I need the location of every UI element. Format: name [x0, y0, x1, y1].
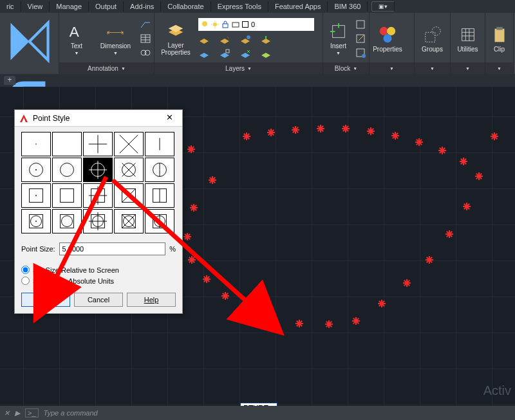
plugin-icon[interactable]: ▣▾: [371, 1, 395, 12]
point-style-option[interactable]: [52, 158, 82, 182]
drawing-point[interactable]: [267, 129, 275, 136]
point-style-option[interactable]: [145, 132, 174, 156]
drawing-point[interactable]: [352, 317, 360, 325]
drawing-point[interactable]: [403, 279, 411, 287]
drawing-point[interactable]: [325, 320, 333, 328]
point-style-option[interactable]: [83, 183, 113, 208]
point-style-option[interactable]: [114, 132, 144, 156]
tab[interactable]: Output: [89, 1, 124, 12]
point-style-option[interactable]: [21, 209, 51, 233]
tab[interactable]: ric: [0, 1, 21, 12]
tab[interactable]: Collaborate: [161, 1, 211, 12]
tab[interactable]: Manage: [50, 1, 89, 12]
tab[interactable]: Featured Apps: [268, 1, 328, 12]
tab[interactable]: View: [21, 1, 50, 12]
cancel-button[interactable]: Cancel: [74, 293, 123, 307]
leader-icon[interactable]: [140, 19, 151, 30]
ribbon: Modify▼ A Text▼ Dimension▼ Annotation▼ L…: [0, 13, 515, 74]
drawing-point[interactable]: [491, 132, 498, 140]
layulk-icon[interactable]: [239, 49, 251, 59]
drawing-point[interactable]: [295, 320, 303, 327]
drawing-point[interactable]: [209, 176, 216, 184]
drawing-point[interactable]: [460, 158, 467, 165]
point-style-option[interactable]: [21, 132, 51, 156]
drawing-point[interactable]: [445, 230, 453, 238]
properties-button[interactable]: Properties: [372, 16, 403, 61]
clipboard-button[interactable]: Clip: [488, 16, 510, 61]
drawing-point[interactable]: [243, 132, 250, 140]
point-style-option[interactable]: [21, 158, 51, 182]
svg-rect-38: [61, 189, 74, 203]
layer-properties-button[interactable]: Layer Properties: [157, 16, 194, 61]
layer-name: 0: [251, 21, 255, 28]
drawing-point[interactable]: [367, 127, 375, 135]
drawing-point[interactable]: [426, 256, 433, 264]
ok-button[interactable]: OK: [21, 293, 70, 307]
point-style-option[interactable]: [145, 183, 174, 208]
drawing-point[interactable]: [221, 292, 229, 300]
close-button[interactable]: ✕: [160, 112, 178, 125]
edit-block-icon[interactable]: [355, 33, 366, 44]
edit-attr-icon[interactable]: [355, 47, 366, 59]
drawing-point[interactable]: [268, 315, 276, 323]
tab[interactable]: BIM 360: [328, 1, 368, 12]
point-style-option[interactable]: [114, 209, 144, 233]
laymrg-icon[interactable]: [260, 49, 272, 59]
drawing-point[interactable]: [415, 138, 423, 146]
dimension-button[interactable]: Dimension▼: [95, 16, 136, 61]
field-icon[interactable]: [140, 47, 151, 59]
drawing-point[interactable]: [438, 147, 446, 154]
groups-button[interactable]: Groups: [417, 16, 447, 61]
drawing-point[interactable]: [292, 126, 299, 134]
laycur-icon[interactable]: [260, 35, 272, 45]
tab[interactable]: Add-ins: [124, 1, 161, 12]
point-style-option[interactable]: [21, 183, 51, 208]
point-style-option[interactable]: [114, 158, 144, 182]
point-style-option[interactable]: [52, 209, 82, 233]
command-line[interactable]: ✕ ▶ >_ Type a command: [0, 406, 515, 420]
mirror-icon[interactable]: [3, 15, 56, 68]
help-button[interactable]: Help: [127, 293, 176, 307]
table-icon[interactable]: [140, 33, 151, 44]
point-style-option[interactable]: [145, 158, 174, 182]
layiso-icon[interactable]: [198, 49, 210, 59]
drawing-point[interactable]: [342, 125, 350, 132]
drawing-point[interactable]: [463, 203, 471, 210]
drawing-point[interactable]: [203, 275, 211, 283]
point-style-option[interactable]: [52, 183, 82, 208]
point-style-option[interactable]: [83, 132, 113, 156]
drawing-point[interactable]: [183, 233, 191, 241]
point-size-label: Point Size:: [21, 245, 55, 253]
text-button[interactable]: A Text▼: [62, 16, 91, 61]
laylck-icon[interactable]: [219, 49, 230, 59]
drawing-point[interactable]: [391, 132, 399, 140]
close-cmd-icon[interactable]: ✕: [4, 409, 10, 417]
drawing-point[interactable]: [317, 125, 324, 132]
point-style-option[interactable]: [52, 132, 82, 156]
layoff-icon[interactable]: [198, 35, 210, 45]
point-style-option[interactable]: [114, 183, 144, 208]
svg-point-20: [362, 54, 366, 58]
create-block-icon[interactable]: [355, 19, 366, 30]
drawing-point[interactable]: [243, 306, 251, 313]
utilities-button[interactable]: Utilities: [453, 16, 482, 61]
drawing-point[interactable]: [188, 256, 196, 264]
drawing-point[interactable]: [190, 204, 198, 212]
insert-button[interactable]: Insert▼: [326, 16, 351, 61]
radio-relative[interactable]: Set Size Relative to Screen: [21, 264, 176, 275]
new-tab-button[interactable]: +: [4, 76, 15, 85]
radio-absolute[interactable]: Set Size in Absolute Units: [21, 275, 176, 286]
panel-clipboard: Clip ▼: [485, 13, 514, 74]
tab[interactable]: Express Tools: [211, 1, 268, 12]
point-style-option[interactable]: [83, 209, 113, 233]
drawing-point[interactable]: [378, 300, 386, 307]
layfrz-icon[interactable]: [219, 35, 230, 45]
point-style-option[interactable]: [145, 209, 174, 233]
drawing-point[interactable]: [475, 172, 483, 180]
layer-combo[interactable]: 0: [198, 18, 314, 31]
point-style-option[interactable]: [83, 158, 113, 182]
drawing-point[interactable]: [187, 145, 195, 153]
laymch-icon[interactable]: [239, 35, 251, 45]
point-size-input[interactable]: [59, 242, 166, 255]
chevron-right-icon[interactable]: ▶: [15, 409, 20, 417]
